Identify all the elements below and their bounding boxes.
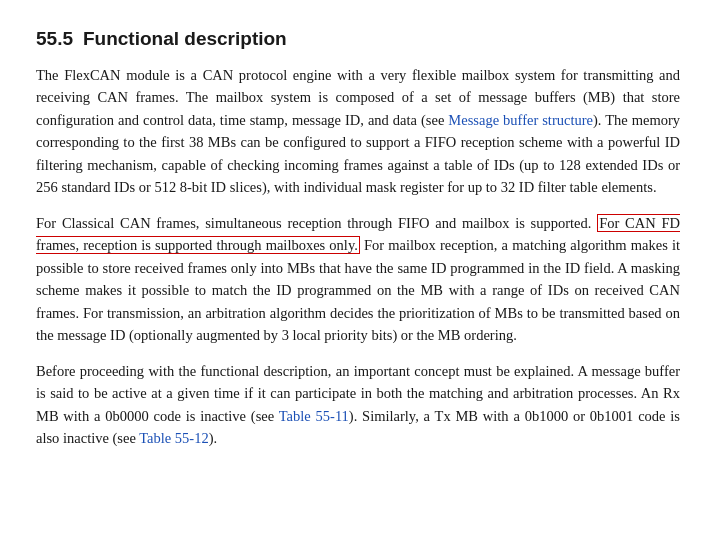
section-container: 55.5 Functional description The FlexCAN … (36, 28, 680, 450)
table-55-12-link[interactable]: Table 55-12 (139, 430, 208, 446)
message-buffer-link[interactable]: Message buffer structure (448, 112, 593, 128)
paragraph-2: For Classical CAN frames, simultaneous r… (36, 212, 680, 347)
paragraph-1: The FlexCAN module is a CAN protocol eng… (36, 64, 680, 199)
p3-text-3: ). (209, 430, 217, 446)
table-55-11-link[interactable]: Table 55-11 (279, 408, 349, 424)
section-heading: 55.5 Functional description (36, 28, 680, 50)
p2-text-1: For Classical CAN frames, simultaneous r… (36, 215, 597, 231)
paragraph-3: Before proceeding with the functional de… (36, 360, 680, 450)
section-number: 55.5 (36, 28, 73, 50)
section-title: Functional description (83, 28, 287, 50)
